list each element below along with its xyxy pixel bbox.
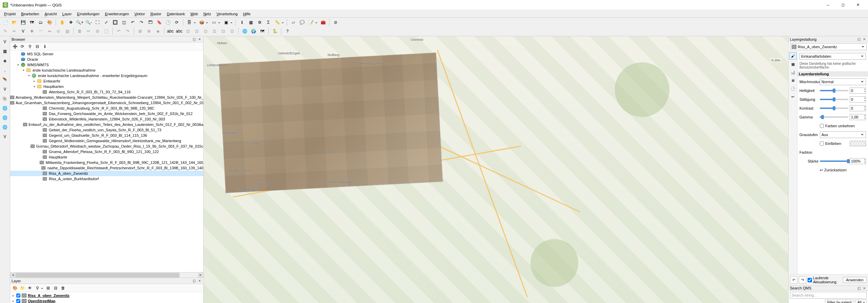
zoom-last-icon[interactable]: ↶ <box>129 18 137 26</box>
open-project-icon[interactable]: 📂 <box>10 18 18 26</box>
add-wms-layer-icon[interactable]: 🌐 <box>1 104 9 112</box>
tree-item[interactable]: Gebiet_der_Floeha_oestlich_von_Sayda_Sch… <box>10 127 203 133</box>
zoom-full-icon[interactable]: ⤢ <box>102 18 110 26</box>
histogram-tab-icon[interactable]: 📊 <box>789 69 797 76</box>
new-vector-layer-icon[interactable]: V <box>1 38 9 46</box>
add-layer-icon[interactable]: ➕ <box>12 43 18 50</box>
strength-spinbox[interactable]: 100% <box>850 158 866 164</box>
menu-ansicht[interactable]: Ansicht <box>42 11 59 17</box>
new-geopackage-icon[interactable]: 📦 <box>197 18 206 26</box>
identify-icon[interactable]: ℹ <box>238 18 246 26</box>
help-icon[interactable]: ? <box>283 27 291 35</box>
invert-colors-checkbox[interactable] <box>820 124 824 128</box>
layer-item[interactable]: ▸Riss_A_oben_Zwoenitz <box>12 293 202 298</box>
styling-undock-button[interactable]: ◱ <box>856 37 861 42</box>
add-pg-layer-icon[interactable]: 🐘 <box>1 95 9 103</box>
qms-undock-button[interactable]: ◱ <box>856 286 861 290</box>
close-button[interactable]: ✕ <box>850 0 865 10</box>
data-source-manager-icon[interactable]: 🗄 <box>185 18 193 26</box>
label-toolbar-2-icon[interactable]: abc <box>175 27 183 35</box>
save-project-icon[interactable]: 💾 <box>19 18 27 26</box>
open-attribute-table-icon[interactable]: ▦ <box>247 18 255 26</box>
python-console-icon[interactable]: 🐍 <box>271 27 279 35</box>
colorize-checkbox[interactable] <box>820 141 824 146</box>
scroll-right-icon[interactable]: ► <box>198 273 203 278</box>
new-mesh-layer-icon[interactable]: ◈ <box>1 57 9 65</box>
saturation-spinbox[interactable]: 0 <box>850 96 866 102</box>
tree-item[interactable]: Gornau_Dittersdorf_Weisbach_westsw_Zscho… <box>10 144 203 149</box>
new-bookmark-icon[interactable]: 🔖 <box>155 18 163 26</box>
new-project-icon[interactable]: 📄 <box>1 18 10 26</box>
menu-bearbeiten[interactable]: Bearbeiten <box>18 11 42 17</box>
history-tab-icon[interactable]: ↩ <box>789 93 797 100</box>
tree-item[interactable]: ▾Hauptkarten <box>10 84 203 89</box>
filter-all-dropdown[interactable]: All <box>855 300 867 303</box>
gamma-slider[interactable] <box>820 116 848 118</box>
expand-all-icon[interactable]: ⊞ <box>45 285 52 291</box>
tree-item[interactable]: MS SQL-Server <box>10 51 203 57</box>
tree-item[interactable]: Entwurf_zu_der_Aufnahme_des_oestlichen_T… <box>10 122 203 127</box>
maximize-button[interactable]: ◻ <box>835 0 850 10</box>
scroll-thumb[interactable] <box>16 273 180 278</box>
qms-search-input[interactable]: Search string... <box>790 292 867 299</box>
browser-undock-button[interactable]: ◱ <box>192 37 196 42</box>
style-manager-icon[interactable]: 🎨 <box>45 18 54 26</box>
tree-item[interactable]: Gegend_Wolkenstein_Geringswalde_Hilmersd… <box>10 138 203 144</box>
add-xyz-layer-icon[interactable]: V <box>1 133 9 141</box>
zoom-out-icon[interactable]: 🔍- <box>84 18 93 26</box>
measure-area-icon[interactable]: ▱ <box>289 18 297 26</box>
tree-item[interactable]: Altenberg_Schr_R_F_003_Bl_71_93_72_94_11… <box>10 89 203 95</box>
qms-basemap-icon[interactable]: 🌍 <box>249 27 258 35</box>
new-raster-layer-icon[interactable]: ▦ <box>1 47 9 55</box>
undo-style-button[interactable]: ↶ <box>790 276 797 284</box>
zoom-layer-icon[interactable]: ◫ <box>120 18 128 26</box>
reset-label[interactable]: Zurücksetzen <box>824 168 847 172</box>
filter-browser-icon[interactable]: ⚲ <box>26 43 33 50</box>
zoom-selection-icon[interactable]: 🔲 <box>111 18 119 26</box>
layer-visibility-checkbox[interactable] <box>16 299 20 303</box>
layer-visibility-checkbox[interactable] <box>16 293 20 298</box>
strength-slider[interactable] <box>820 160 848 162</box>
layers-undock-button[interactable]: ◱ <box>192 279 196 283</box>
pan-icon[interactable]: ✋ <box>58 18 66 26</box>
menu-hilfe[interactable]: Hilfe <box>240 11 253 17</box>
menu-verarbeitung[interactable]: Verarbeitung <box>214 11 240 17</box>
pan-to-selection-icon[interactable]: ✥ <box>67 18 75 26</box>
colorize-color-button[interactable] <box>850 141 866 146</box>
label-toolbar-1-icon[interactable]: abc <box>166 27 174 35</box>
map-tips-icon[interactable]: 💬 <box>298 18 306 26</box>
refresh-icon[interactable]: ⟳ <box>173 18 181 26</box>
symbology-tab-icon[interactable]: 🖌 <box>789 52 797 60</box>
tree-item[interactable]: Oracle <box>10 57 203 62</box>
filter-legend-icon[interactable]: ⚲ <box>34 285 41 291</box>
map-canvas[interactable]: MülsenLichtenstein/Sa.Oelsnitz/Erzgeb.Ha… <box>204 36 788 303</box>
new-virtual-layer-icon[interactable]: V <box>1 85 9 93</box>
tree-item[interactable]: Aue_Gruenhain_Schwarzenberg_Johanngeorge… <box>10 100 203 106</box>
filter-by-extent-button[interactable]: Filter by extent <box>825 300 854 303</box>
toolbox-icon[interactable]: 🧰 <box>319 18 327 26</box>
measure-line-icon[interactable]: 📏 <box>273 18 281 26</box>
menu-erweiterungen[interactable]: Erweiterungen <box>102 11 132 17</box>
add-group-icon[interactable]: 📁 <box>19 285 26 291</box>
gamma-spinbox[interactable]: 1,00 <box>850 114 866 120</box>
tree-item[interactable]: ▸Entwuerfe <box>10 78 203 84</box>
tree-item[interactable]: naehe_Dippoldiswalde_Reichtstaedt_Pretzs… <box>10 165 203 171</box>
tree-item[interactable]: Gruena_Altendorf_Pleissa_Schr_R_F_003_Bl… <box>10 149 203 154</box>
select-features-icon[interactable]: ▭ <box>210 18 218 26</box>
new-spatialite-icon[interactable]: 🪶 <box>1 76 9 84</box>
qms-close-button[interactable]: ✕ <box>862 286 867 290</box>
field-calculator-icon[interactable]: ⚙ <box>256 18 264 26</box>
blend-mode-selector[interactable]: Normal <box>820 78 866 85</box>
styling-close-button[interactable]: ✕ <box>862 37 867 42</box>
expand-icon[interactable]: ▸ <box>12 299 15 303</box>
refresh-browser-icon[interactable]: ⟳ <box>19 43 26 50</box>
expand-icon[interactable]: ▾ <box>32 85 37 88</box>
expand-icon[interactable]: ▾ <box>21 69 26 72</box>
menu-projekt[interactable]: Projekt <box>1 11 18 17</box>
transparency-tab-icon[interactable]: ▦ <box>789 60 797 68</box>
contrast-spinbox[interactable]: 0 <box>850 105 866 111</box>
expand-icon[interactable]: ▸ <box>32 79 37 83</box>
manage-map-themes-icon[interactable]: 👁 <box>26 285 33 291</box>
menu-datenbank[interactable]: Datenbank <box>164 11 188 17</box>
new-print-layout-icon[interactable]: 🗺 <box>28 18 36 26</box>
